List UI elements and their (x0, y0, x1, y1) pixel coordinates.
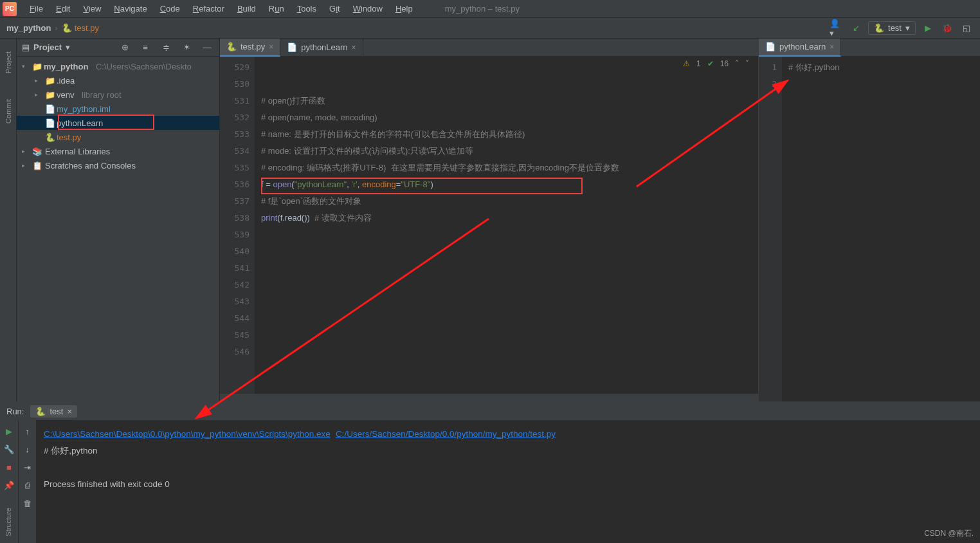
debug-button[interactable]: 🐞 (940, 21, 954, 35)
file-icon: 📄 (45, 104, 54, 114)
chevron-right-icon: ▸ (35, 77, 42, 84)
chevron-right-icon: ▸ (22, 162, 30, 169)
tree-idea[interactable]: ▸ 📁 .idea (17, 73, 219, 87)
hide-icon[interactable]: — (200, 41, 214, 55)
editor-area: 🐍 test.py × 📄 pythonLearn × ⚠1 ✔16 ˄ ˅ 5… (220, 39, 980, 401)
menu-navigate[interactable]: Navigate (107, 2, 153, 15)
wrap-icon[interactable]: ⇥ (21, 460, 35, 474)
close-icon[interactable]: × (352, 43, 356, 52)
close-icon[interactable]: × (67, 407, 72, 416)
python-icon: 🐍 (226, 42, 237, 51)
menu-file[interactable]: File (23, 2, 50, 15)
menu-tools[interactable]: Tools (291, 2, 323, 15)
run-button[interactable]: ▶ (921, 21, 935, 35)
python-icon: 🐍 (62, 23, 72, 33)
wrench-icon[interactable]: 🔧 (2, 442, 16, 456)
run-config-select[interactable]: 🐍 test ▾ (868, 21, 916, 35)
editor-body-left[interactable]: ⚠1 ✔16 ˄ ˅ 52953053153253353453553653753… (220, 57, 758, 394)
h-scrollbar[interactable] (220, 394, 758, 401)
user-icon[interactable]: 👤▾ (830, 21, 844, 35)
code-content-right[interactable]: # 你好,python (782, 57, 980, 401)
menu-build[interactable]: Build (231, 2, 262, 15)
file-icon: 📄 (287, 42, 297, 52)
menu-bar: PC File Edit View Navigate Code Refactor… (0, 0, 980, 18)
editor-right: 📄 pythonLearn × 12 # 你好,python (759, 39, 980, 401)
folder-icon: 📁 (45, 90, 54, 100)
folder-icon: 📁 (32, 62, 41, 71)
tree-iml[interactable]: 📄 my_python.iml (17, 102, 219, 116)
watermark: CSDN @南石. (924, 528, 974, 539)
folder-icon: 📁 (45, 76, 54, 86)
up-icon[interactable]: ˄ (735, 59, 739, 68)
breadcrumb: my_python › 🐍 test.py (6, 23, 99, 33)
run-tools-column2: ↑ ↓ ⇥ ⎙ 🗑 (18, 420, 36, 543)
menu-refactor[interactable]: Refactor (186, 2, 231, 15)
run-tab[interactable]: 🐍 test × (30, 405, 77, 418)
check-icon: ✔ (707, 59, 714, 68)
breadcrumb-file[interactable]: 🐍 test.py (62, 23, 99, 33)
project-panel: ▤ Project ▾ ⊕ ≡ ≑ ✶ — ▾ 📁 my_python C:\U… (17, 39, 220, 401)
warn-icon: ⚠ (683, 59, 690, 68)
gutter-project[interactable]: Project (5, 51, 12, 73)
breadcrumb-sep: › (55, 23, 57, 33)
close-icon[interactable]: × (830, 42, 834, 51)
main-area: Project Commit ▤ Project ▾ ⊕ ≡ ≑ ✶ — ▾ 📁… (0, 39, 980, 401)
python-icon: 🐍 (45, 133, 54, 142)
tree-testpy[interactable]: 🐍 test.py (17, 130, 219, 144)
window-title: my_python – test.py (445, 4, 520, 14)
settings-icon[interactable]: ✶ (179, 41, 194, 55)
chevron-down-icon[interactable]: ▾ (66, 42, 70, 52)
editor-body-right[interactable]: 12 # 你好,python (759, 57, 980, 401)
locate-icon[interactable]: ⊕ (118, 41, 132, 55)
code-content[interactable]: # open()打开函数 # open(name, mode, encoding… (255, 57, 758, 394)
rerun-button[interactable]: ▶ (2, 424, 16, 438)
git-update-icon[interactable]: ↙ (849, 21, 863, 35)
tree-venv[interactable]: ▸ 📁 venv library root (17, 87, 219, 102)
tree-root[interactable]: ▾ 📁 my_python C:\Users\Sachsen\Deskto (17, 59, 219, 73)
tree-external[interactable]: ▸ 📚 External Libraries (17, 144, 219, 158)
chevron-down-icon: ▾ (22, 63, 30, 69)
gutter-structure-container: Structure (0, 508, 17, 537)
menu-help[interactable]: Help (389, 2, 419, 15)
editor-analysis-status[interactable]: ⚠1 ✔16 ˄ ˅ (683, 59, 749, 68)
menu-view[interactable]: View (77, 2, 107, 15)
tab-test-py[interactable]: 🐍 test.py × (220, 39, 280, 57)
tab-pythonlearn-right[interactable]: 📄 pythonLearn × (759, 39, 841, 57)
gutter-commit[interactable]: Commit (5, 99, 12, 124)
menu-git[interactable]: Git (323, 2, 347, 15)
down-icon[interactable]: ˅ (745, 59, 749, 68)
run-panel-body: ▶ 🔧 ■ 📌 ↑ ↓ ⇥ ⎙ 🗑 C:\Users\Sachsen\Deskt… (0, 420, 980, 543)
breadcrumb-root[interactable]: my_python (6, 23, 51, 33)
app-icon: PC (3, 2, 17, 16)
output-line: # 你好,python (44, 443, 972, 459)
left-gutter: Project Commit (0, 39, 17, 401)
project-panel-header: ▤ Project ▾ ⊕ ≡ ≑ ✶ — (17, 39, 219, 57)
trash-icon[interactable]: 🗑 (21, 496, 35, 510)
scratch-icon: 📋 (32, 161, 42, 170)
menu-edit[interactable]: Edit (50, 2, 77, 15)
expand-icon[interactable]: ≡ (138, 41, 152, 55)
line-numbers: 5295305315325335345355365375385395405415… (220, 57, 255, 394)
menu-code[interactable]: Code (154, 2, 186, 15)
python-icon: 🐍 (35, 407, 46, 416)
run-coverage-icon[interactable]: ◱ (959, 21, 974, 35)
tab-pythonlearn[interactable]: 📄 pythonLearn × (280, 39, 363, 57)
editor-tabs-left: 🐍 test.py × 📄 pythonLearn × (220, 39, 758, 57)
close-icon[interactable]: × (269, 42, 273, 51)
pin-icon[interactable]: 📌 (2, 478, 16, 492)
python-icon: 🐍 (874, 23, 884, 33)
gutter-structure[interactable]: Structure (5, 508, 12, 537)
run-panel-header: Run: 🐍 test × (0, 402, 980, 420)
script-path-link[interactable]: C:/Users/Sachsen/Desktop/0.0/python/my_p… (336, 429, 556, 439)
up-icon[interactable]: ↑ (21, 424, 35, 438)
menu-window[interactable]: Window (347, 2, 389, 15)
stop-button[interactable]: ■ (2, 460, 16, 474)
tree-pythonlearn[interactable]: 📄 pythonLearn (17, 116, 219, 130)
run-output[interactable]: C:\Users\Sachsen\Desktop\0.0\python\my_p… (36, 420, 980, 543)
exe-path-link[interactable]: C:\Users\Sachsen\Desktop\0.0\python\my_p… (44, 429, 331, 439)
tree-scratches[interactable]: ▸ 📋 Scratches and Consoles (17, 158, 219, 172)
print-icon[interactable]: ⎙ (21, 478, 35, 492)
menu-run[interactable]: Run (262, 2, 291, 15)
down-icon[interactable]: ↓ (21, 442, 35, 456)
collapse-icon[interactable]: ≑ (159, 41, 173, 55)
